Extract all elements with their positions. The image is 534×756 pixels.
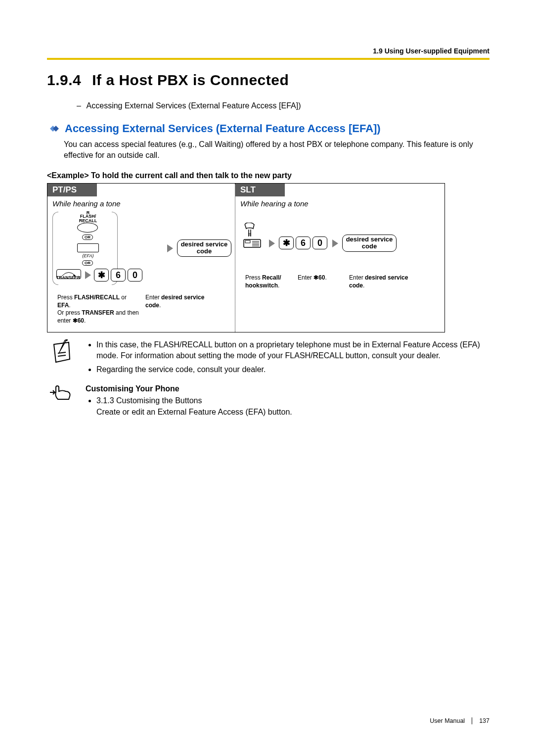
procedure-diagram: PT/PS While hearing a tone R FLASH/ RECA… xyxy=(47,183,445,332)
slt-captions: Press Recall/ hookswitch. Enter ✱60. Ent… xyxy=(240,270,440,289)
pt-condition: While hearing a tone xyxy=(52,199,230,208)
flash-recall-label: FLASH/ RECALL xyxy=(77,214,99,223)
slt-graphic: ✱ 6 0 desired service code xyxy=(240,211,440,270)
note-item-1: In this case, the FLASH/RECALL button on… xyxy=(96,339,490,362)
t: Enter xyxy=(298,274,313,281)
customising-text: Customising Your Phone 3.1.3 Customising… xyxy=(86,383,292,418)
key-star: ✱ xyxy=(279,236,294,249)
note-block: In this case, the FLASH/RECALL button on… xyxy=(47,339,490,378)
slt-caption-1: Press Recall/ hookswitch. xyxy=(245,274,291,289)
pt-ps-body: While hearing a tone R FLASH/ RECALL OR … xyxy=(47,196,235,331)
dash-icon: – xyxy=(77,101,85,110)
pt-caption-1: Press FLASH/RECALL or EFA. Or press TRAN… xyxy=(57,294,141,325)
intro-link-line: – Accessing External Services (External … xyxy=(77,101,490,110)
slt-condition: While hearing a tone xyxy=(240,199,440,208)
note-text: In this case, the FLASH/RECALL button on… xyxy=(86,339,490,378)
arrow-icon xyxy=(332,239,338,247)
hookswitch-phone-icon xyxy=(242,223,265,250)
t: TRANSFER xyxy=(82,309,114,316)
t: Press xyxy=(245,274,262,281)
efa-button-icon xyxy=(77,243,99,252)
pt-ps-tab: PT/PS xyxy=(47,184,97,196)
slt-body-wrap: While hearing a tone xyxy=(235,196,445,296)
or-pill-1: OR xyxy=(82,235,93,240)
intro-link: Accessing External Services (External Fe… xyxy=(87,101,301,110)
page: 1.9 Using User-supplied Equipment 1.9.4I… xyxy=(0,0,534,756)
t: EFA xyxy=(57,302,69,309)
slt-tab: SLT xyxy=(235,184,285,196)
subheading-text: Accessing External Services (External Fe… xyxy=(65,122,381,135)
pt-caption-2: Enter desired service code. xyxy=(145,294,205,325)
header-rule xyxy=(47,58,490,60)
t: ✱60 xyxy=(73,317,84,324)
pt-graphic: R FLASH/ RECALL OR (EFA) OR TRANSFER ✱ xyxy=(52,211,230,290)
t: Press xyxy=(57,294,74,301)
footer-page-number: 137 xyxy=(479,717,490,724)
note-item-2: Regarding the service code, consult your… xyxy=(96,364,490,375)
transfer-button-icon xyxy=(56,269,81,279)
section-title-text: If a Host PBX is Connected xyxy=(92,72,289,88)
t: FLASH/RECALL xyxy=(74,294,120,301)
t: . xyxy=(84,317,86,324)
t: Enter xyxy=(145,294,161,301)
key-0: 0 xyxy=(312,236,327,249)
t: or xyxy=(120,294,127,301)
section-number: 1.9.4 xyxy=(47,72,81,89)
t: . xyxy=(325,274,326,281)
service-code-box: desired service code xyxy=(177,239,231,257)
t: . xyxy=(363,282,364,289)
slt-caption-3: Enter desired service code. xyxy=(349,274,408,289)
footer-separator xyxy=(472,717,472,724)
customising-title: Customising Your Phone xyxy=(86,383,292,394)
key-0: 0 xyxy=(128,269,142,282)
customising-desc: Create or edit an External Feature Acces… xyxy=(96,408,292,416)
diamond-bullet-icon xyxy=(47,123,60,134)
notepad-icon xyxy=(47,339,77,378)
subheading-row: Accessing External Services (External Fe… xyxy=(47,122,490,135)
customising-link: 3.1.3 Customising the Buttons xyxy=(96,396,202,405)
page-footer: User Manual 137 xyxy=(430,717,490,724)
pointer-hand-icon xyxy=(47,383,77,418)
footer-doc-title: User Manual xyxy=(430,717,465,724)
service-code-box: desired service code xyxy=(342,235,397,252)
t: Enter xyxy=(349,274,365,281)
or-pill-2: OR xyxy=(82,260,93,266)
arrow-icon xyxy=(167,244,173,252)
body-paragraph: You can access special features (e.g., C… xyxy=(64,139,490,160)
slt-column: SLT While hearing a tone xyxy=(235,184,445,331)
customising-item: 3.1.3 Customising the Buttons Create or … xyxy=(96,395,292,418)
slt-caption-2: Enter ✱60. xyxy=(298,274,342,289)
customising-block: Customising Your Phone 3.1.3 Customising… xyxy=(47,383,490,418)
key-6: 6 xyxy=(296,236,311,249)
section-title: 1.9.4If a Host PBX is Connected xyxy=(47,72,490,89)
svg-line-10 xyxy=(58,355,66,356)
arrow-icon xyxy=(85,271,91,279)
efa-label: (EFA) xyxy=(77,253,99,258)
t: ✱60 xyxy=(313,274,325,281)
running-header: 1.9 Using User-supplied Equipment xyxy=(47,47,490,55)
t: . xyxy=(159,302,161,309)
example-label: <Example> To hold the current call and t… xyxy=(47,171,490,180)
flash-recall-button-icon xyxy=(77,223,98,233)
key-star: ✱ xyxy=(94,269,109,282)
pt-captions: Press FLASH/RECALL or EFA. Or press TRAN… xyxy=(52,290,230,325)
svg-rect-4 xyxy=(245,240,250,243)
t: . xyxy=(278,282,279,289)
arrow-icon xyxy=(269,239,275,247)
pt-ps-column: PT/PS While hearing a tone R FLASH/ RECA… xyxy=(47,184,235,331)
key-6: 6 xyxy=(111,269,126,282)
